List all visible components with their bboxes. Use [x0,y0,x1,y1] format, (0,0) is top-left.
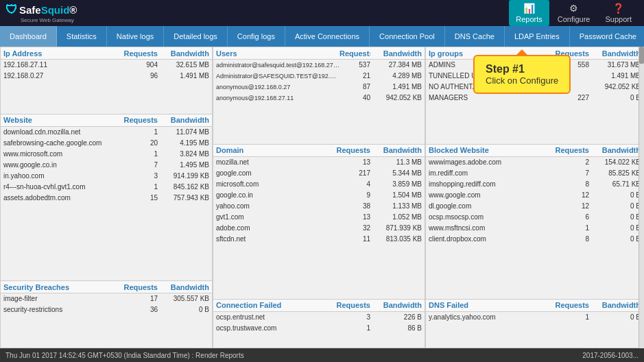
tab-statistics[interactable]: Statistics [57,26,107,47]
header-nav: 📊 Reports ⚙ Configure ❓ Support [509,0,639,26]
mid-column: Users Requests Bandwidth administrator@s… [213,47,425,348]
table-row: r4---sn-huoa-cvhl.gvt1.com 1 845.162 KB [1,182,212,193]
table-row: Administrator@SAFESQUID.TEST@192.168.27.… [213,71,425,82]
table-row: y.analytics.yahoo.com 1 0 B [426,312,643,323]
ip-address-panel: Ip Address Requests Bandwidth 192.168.27… [0,47,213,114]
tab-dashboard[interactable]: Dashboard [0,26,57,47]
nav-configure[interactable]: ⚙ Configure [551,0,597,26]
table-row: download.cdn.mozilla.net 1 11.074 MB [1,127,212,138]
table-row: client.dropbox.com 8 0 B [426,234,643,245]
table-row: ocsp.msocsp.com 6 0 B [426,212,643,223]
reports-icon: 📊 [523,3,535,14]
connection-failed-panel: Connection Failed Requests Bandwidth ocs… [213,300,425,348]
table-row: google.com 217 5.344 MB [213,168,425,179]
table-row: www.google.co.in 7 1.495 MB [1,160,212,171]
logo-subtitle: Secure Web Gateway [21,17,74,23]
tooltip-overlay: Step #1 Click on Configure [473,55,571,94]
nav-support[interactable]: ❓ Support [598,0,639,26]
nav-reports[interactable]: 📊 Reports [509,0,549,26]
support-icon: ❓ [612,3,624,14]
table-row: mozilla.net 13 11.3 MB [213,157,425,168]
tab-active-connections[interactable]: Active Connections [285,26,370,47]
tab-ldap-entries[interactable]: LDAP Entries [505,26,570,47]
table-row: im.rediff.com 7 85.825 KB [426,168,643,179]
dns-failed-panel: DNS Failed Requests Bandwidth y.analytic… [425,300,644,348]
table-row: MANAGERS 227 0 B [426,93,643,104]
table-row: microsoft.com 4 3.859 MB [213,179,425,190]
table-row: image-filter 17 305.557 KB [1,293,212,304]
website-panel: Website Requests Bandwidth download.cdn.… [0,114,213,281]
tabs-bar: Dashboard Statistics Native logs Detaile… [0,26,644,47]
tab-detailed-logs[interactable]: Detailed logs [164,26,228,47]
table-row: ocsp.trustwave.com 1 86 B [213,323,425,334]
blocked-website-header: Blocked Website Requests Bandwidth [426,145,643,157]
ip-panel-header: Ip Address Requests Bandwidth [1,47,212,60]
table-row: 192.168.0.27 96 1.491 MB [1,71,212,82]
table-row: yahoo.com 38 1.133 MB [213,201,425,212]
table-row: in.yahoo.com 3 914.199 KB [1,171,212,182]
logo-icon: 🛡 [5,3,18,17]
table-row: www.microsoft.com 1 3.824 MB [1,149,212,160]
left-column: Ip Address Requests Bandwidth 192.168.27… [0,47,213,348]
tooltip-subtitle: Click on Configure [486,75,558,86]
dns-failed-header: DNS Failed Requests Bandwidth [426,300,643,312]
tab-native-logs[interactable]: Native logs [107,26,164,47]
header: 🛡 SafeSquid® Secure Web Gateway 📊 Report… [0,0,644,26]
table-row: www.msftncsi.com 1 0 B [426,223,643,234]
table-row: ocsp.entrust.net 3 226 B [213,312,425,323]
table-row: www.google.com 12 0 B [426,190,643,201]
users-panel: Users Requests Bandwidth administrator@s… [213,47,425,145]
vertical-scrollbar[interactable] [639,47,644,348]
tooltip-arrow [515,49,529,56]
table-row: 192.168.27.11 904 32.615 MB [1,60,212,71]
tooltip-title: Step #1 [486,63,558,75]
table-row: assets.adobedtm.com 15 757.943 KB [1,193,212,204]
security-breaches-panel: Security Breaches Requests Bandwidth ima… [0,281,213,348]
domain-panel-header: Domain Requests Bandwidth [213,145,425,157]
table-row: anonymous@192.168.0.27 87 1.491 MB [213,82,425,93]
table-row: sftcdn.net 11 813.035 KB [213,234,425,245]
security-panel-header: Security Breaches Requests Bandwidth [1,281,212,293]
tab-dns-cache[interactable]: DNS Cache [445,26,505,47]
scrollbar-thumb[interactable] [639,47,644,64]
logo-text: SafeSquid® [19,4,77,16]
status-right: 2017-2056-1003... [582,352,639,359]
tab-password-cache[interactable]: Password Cache [570,26,644,47]
table-row: dl.google.com 12 0 B [426,201,643,212]
conn-failed-header: Connection Failed Requests Bandwidth [213,300,425,312]
tab-config-logs[interactable]: Config logs [228,26,285,47]
table-row: google.co.in 9 1.504 MB [213,190,425,201]
table-row: administrator@safesquid.test@192.168.27.… [213,60,425,71]
website-panel-header: Website Requests Bandwidth [1,114,212,127]
table-row: wwwimages.adobe.com 2 154.022 KB [426,157,643,168]
table-row: anonymous@192.168.27.11 40 942.052 KB [213,93,425,104]
table-row: imshopping.rediff.com 8 65.71 KB [426,179,643,190]
table-row: adobe.com 32 871.939 KB [213,223,425,234]
status-bar: Thu Jun 01 2017 14:52:45 GMT+0530 (India… [0,348,644,362]
tab-connection-pool[interactable]: Connection Pool [370,26,445,47]
blocked-website-panel: Blocked Website Requests Bandwidth wwwim… [425,145,644,300]
status-text: Thu Jun 01 2017 14:52:45 GMT+0530 (India… [5,352,244,359]
logo-area: 🛡 SafeSquid® Secure Web Gateway [5,3,77,23]
users-panel-header: Users Requests Bandwidth [213,47,425,60]
configure-icon: ⚙ [569,3,578,14]
table-row: security-restrictions 36 0 B [1,304,212,315]
table-row: gvt1.com 13 1.052 MB [213,212,425,223]
table-row: safebrowsing-cache.google.com 20 4.195 M… [1,138,212,149]
domain-panel: Domain Requests Bandwidth mozilla.net 13… [213,145,425,300]
